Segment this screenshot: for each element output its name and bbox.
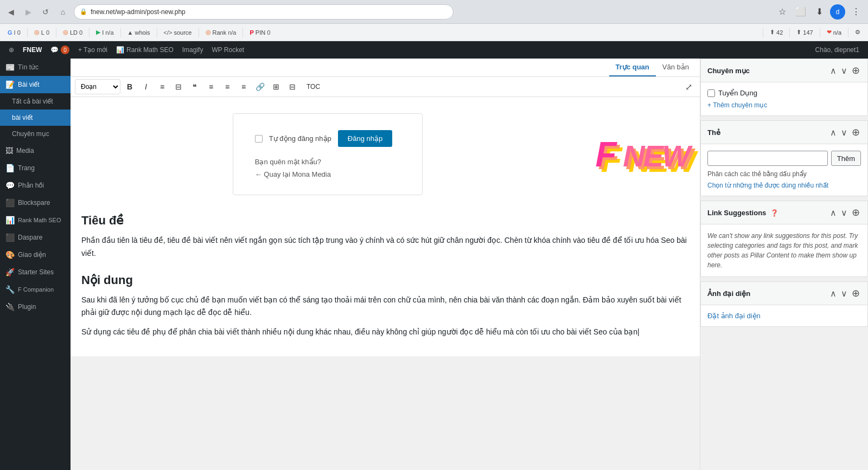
tags-panel-header[interactable]: Thẻ ∧ ∨ ⊕ (701, 121, 867, 144)
ordered-list-button[interactable]: ⊟ (171, 80, 186, 94)
sidebar-item-rankmath[interactable]: 📊 Rank Math SEO (0, 211, 71, 229)
login-button[interactable]: Đăng nhập (338, 130, 392, 147)
ext-source[interactable]: </> source (161, 28, 195, 37)
table-button[interactable]: ⊞ (269, 80, 283, 94)
bookmark-button[interactable]: ☆ (775, 4, 790, 20)
ext-green-i[interactable]: ▶ I n/a (93, 28, 117, 37)
featured-image-collapse-btn[interactable]: ∧ (829, 287, 838, 299)
address-bar[interactable]: 🔒 fnew.net/wp-admin/post-new.php (74, 4, 454, 20)
new-item-link[interactable]: + Tạo mới (74, 41, 112, 59)
unordered-list-button[interactable]: ≡ (155, 80, 169, 94)
toc-button[interactable]: TOC (302, 80, 325, 94)
tags-collapse-btn[interactable]: ∧ (829, 126, 838, 138)
ext-orange-l[interactable]: ◎ L 0 (31, 28, 53, 37)
forward-button[interactable]: ▶ (22, 5, 35, 18)
featured-image-header[interactable]: Ảnh đại diện ∧ ∨ ⊕ (701, 282, 867, 305)
ext-gear[interactable]: ⚙ (852, 28, 864, 37)
sidebar-item-appearance[interactable]: 🎨 Giao diện (0, 246, 71, 263)
category-checkbox-tuyen-dung[interactable] (707, 89, 715, 97)
sidebar-item-media[interactable]: 🖼 Media (0, 142, 71, 159)
blockquote-button[interactable]: ❝ (188, 80, 202, 94)
sidebar-item-starter[interactable]: 🚀 Starter Sites (0, 263, 71, 281)
sidebar-item-posts[interactable]: 📝 Bài viết (0, 76, 71, 93)
editor-content[interactable]: Tự động đăng nhập Đăng nhập Bạn quên mật… (71, 97, 700, 356)
categories-panel-header[interactable]: Chuyên mục ∧ ∨ ⊕ (701, 59, 867, 82)
rank-math-link[interactable]: 📊 Rank Math SEO (112, 41, 178, 59)
posts-icon: 📝 (5, 80, 15, 89)
pages-icon: 📄 (5, 164, 15, 172)
tags-choose-link[interactable]: Chọn từ những thẻ được dùng nhiều nhất (707, 182, 828, 189)
link-button[interactable]: 🔗 (253, 80, 267, 94)
categories-expand-btn[interactable]: ∨ (840, 65, 848, 76)
profile-button[interactable]: d (830, 4, 845, 20)
sidebar-item-plugin[interactable]: 🔌 Plugin (0, 298, 71, 316)
ext-rank[interactable]: ◎ Rank n/a (202, 28, 240, 37)
wp-rocket-link[interactable]: WP Rocket (207, 41, 248, 59)
fnew-logo: F NEW (595, 137, 689, 172)
more-button[interactable]: ⊟ (285, 80, 299, 94)
link-suggestions-expand-btn[interactable]: ∨ (840, 207, 848, 218)
expand-button[interactable]: ⤢ (681, 80, 695, 94)
sidebar-item-blockspare[interactable]: ⬛ Blockspare (0, 194, 71, 211)
imagify-link[interactable]: Imagify (178, 41, 208, 59)
back-link[interactable]: ← Quay lại Mona Media (255, 170, 400, 178)
ext-ld[interactable]: ◎ LD 0 (60, 28, 86, 37)
link-suggestions-collapse-btn[interactable]: ∧ (829, 207, 838, 218)
sidebar-item-pages[interactable]: 📄 Trang (0, 159, 71, 177)
sidebar-item-daspare[interactable]: ⬛ Daspare (0, 229, 71, 246)
featured-image-expand-btn[interactable]: ∨ (840, 287, 848, 299)
categories-panel-content: Tuyển Dụng + Thêm chuyên mục (701, 82, 867, 115)
sidebar-item-categories[interactable]: Chuyên mục (0, 126, 71, 142)
tags-input[interactable] (707, 151, 828, 166)
link-suggestions-more-btn[interactable]: ⊕ (851, 207, 861, 218)
auto-login-label: Tự động đăng nhập (269, 134, 331, 143)
sidebar-item-all-posts[interactable]: Tất cả bài viết (0, 93, 71, 110)
align-left-button[interactable]: ≡ (204, 80, 218, 94)
set-featured-image-link[interactable]: Đặt ảnh đại diện (707, 312, 761, 320)
download-button[interactable]: ⬇ (812, 4, 827, 20)
back-button[interactable]: ◀ (4, 5, 17, 18)
tags-expand-btn[interactable]: ∨ (840, 126, 848, 138)
link-suggestions-help-icon[interactable]: ❓ (770, 209, 778, 217)
reload-button[interactable]: ↺ (39, 5, 52, 18)
sidebar-item-companion[interactable]: 🔧 F Companion (0, 281, 71, 298)
comments-icon: 💬 (5, 181, 15, 190)
ext-147[interactable]: ⬆ 147 (793, 28, 816, 37)
italic-button[interactable]: I (139, 80, 153, 94)
settings-button[interactable]: ⋮ (848, 4, 864, 20)
blockspare-icon: ⬛ (5, 198, 15, 207)
format-select[interactable]: ĐoạnTiêu đề 1Tiêu đề 2Tiêu đề 3Tiêu đề 4 (75, 79, 120, 94)
sidebar-item-new-post[interactable]: bài viết (0, 110, 71, 126)
comments-link[interactable]: 💬 0 (46, 41, 74, 59)
sidebar-item-comments[interactable]: 💬 Phản hồi (0, 177, 71, 194)
ext-pin[interactable]: P PIN 0 (246, 28, 273, 37)
forgot-password-link[interactable]: Bạn quên mật khẩu? (255, 158, 400, 166)
ext-google[interactable]: G I 0 (4, 28, 24, 37)
bold-button[interactable]: B (123, 80, 137, 94)
ext-nav[interactable]: ❤ n/a (824, 28, 845, 37)
featured-image-more-btn[interactable]: ⊕ (851, 287, 861, 299)
browser-actions: ☆ ⬜ ⬇ d ⋮ (775, 4, 864, 20)
home-button[interactable]: ⌂ (56, 5, 69, 18)
add-category-link[interactable]: + Thêm chuyên mục (707, 101, 861, 109)
ext-whois[interactable]: ▲ whois (124, 28, 154, 37)
tab-visual[interactable]: Trực quan (609, 59, 656, 76)
link-suggestions-header[interactable]: Link Suggestions ❓ ∧ ∨ ⊕ (701, 201, 867, 224)
extensions-button[interactable]: ⬜ (793, 4, 808, 20)
site-name[interactable]: FNEW (18, 41, 46, 59)
featured-image-panel: Ảnh đại diện ∧ ∨ ⊕ Đặt ảnh đại diện (700, 281, 868, 327)
auto-login-checkbox[interactable] (255, 135, 263, 143)
align-center-button[interactable]: ≡ (220, 80, 234, 94)
link-suggestions-content: We can't show any link suggestions for t… (701, 224, 867, 276)
categories-more-btn[interactable]: ⊕ (851, 65, 861, 76)
wp-logo[interactable]: ⊕ (4, 41, 18, 59)
sidebar-item-news[interactable]: 📰 Tìn tức (0, 59, 71, 76)
align-right-button[interactable]: ≡ (237, 80, 251, 94)
tab-text[interactable]: Văn bản (656, 59, 695, 76)
tags-more-btn[interactable]: ⊕ (851, 126, 861, 138)
wp-layout: 📰 Tìn tức 📝 Bài viết Tất cả bài viết bài… (0, 59, 868, 470)
link-suggestions-title: Link Suggestions ❓ (707, 209, 778, 217)
categories-collapse-btn[interactable]: ∧ (829, 65, 838, 76)
ext-42[interactable]: ⬆ 42 (767, 28, 786, 37)
tags-add-button[interactable]: Thêm (831, 151, 861, 166)
